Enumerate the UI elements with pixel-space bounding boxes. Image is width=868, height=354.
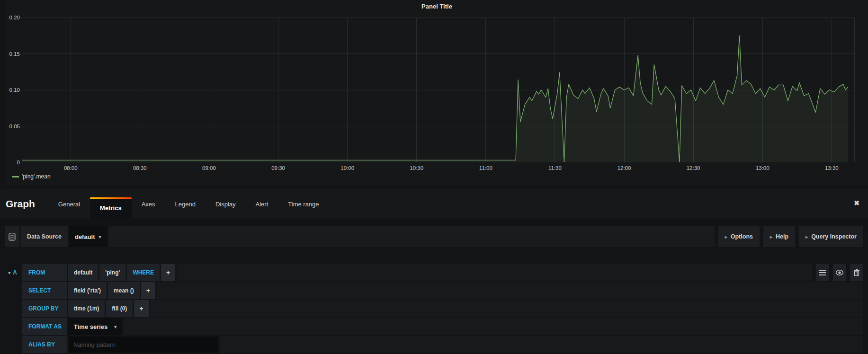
x-tick-label: 09:30 bbox=[264, 165, 293, 171]
y-tick-label: 0.05 bbox=[6, 124, 20, 129]
datasource-select[interactable]: default ▾ bbox=[69, 226, 107, 247]
chevron-down-icon: ▾ bbox=[114, 324, 116, 329]
tab-legend[interactable]: Legend bbox=[165, 201, 206, 208]
tab-display[interactable]: Display bbox=[206, 201, 246, 208]
where-clause-label[interactable]: WHERE bbox=[127, 264, 160, 281]
row-indent bbox=[5, 282, 20, 299]
legend-color-swatch[interactable] bbox=[12, 176, 19, 177]
trash-icon bbox=[854, 269, 859, 276]
x-tick-label: 09:00 bbox=[195, 165, 223, 171]
format-as-selected-value: Time series bbox=[74, 323, 107, 330]
x-tick-label: 13:00 bbox=[748, 165, 777, 171]
tab-time-range[interactable]: Time range bbox=[278, 201, 329, 208]
row-indent bbox=[5, 336, 20, 353]
x-tick-label: 10:00 bbox=[333, 165, 362, 171]
select-clause-label[interactable]: SELECT bbox=[22, 282, 67, 299]
query-menu-button[interactable] bbox=[816, 264, 829, 281]
x-tick-label: 10:30 bbox=[403, 165, 431, 171]
plot-canvas[interactable] bbox=[22, 18, 855, 162]
tab-alert[interactable]: Alert bbox=[246, 201, 278, 208]
eye-icon bbox=[836, 270, 843, 275]
alias-by-input[interactable] bbox=[68, 336, 219, 353]
query-collapse-toggle[interactable]: ▾ A bbox=[5, 264, 20, 281]
chevron-down-icon: ▾ bbox=[99, 234, 101, 239]
add-select-part-button[interactable]: + bbox=[141, 282, 155, 299]
query-row-filler bbox=[177, 264, 812, 281]
help-button-label: Help bbox=[776, 233, 788, 240]
format-as-select[interactable]: Time series ▾ bbox=[68, 318, 122, 335]
chevron-right-icon: ▸ bbox=[770, 234, 772, 239]
tab-general[interactable]: General bbox=[48, 201, 90, 208]
query-part-field[interactable]: field ('rta') bbox=[68, 282, 107, 299]
query-part-fill[interactable]: fill (0) bbox=[106, 300, 133, 317]
x-tick-label: 08:30 bbox=[125, 165, 154, 171]
query-row-filler bbox=[150, 300, 863, 317]
group-by-clause-label[interactable]: GROUP BY bbox=[22, 300, 67, 317]
row-indent bbox=[5, 300, 20, 317]
query-part-mean[interactable]: mean () bbox=[108, 282, 140, 299]
query-part-measurement[interactable]: 'ping' bbox=[99, 264, 125, 281]
x-tick-label: 08:00 bbox=[56, 165, 85, 171]
x-tick-label: 11:00 bbox=[472, 165, 500, 171]
options-button-label: Options bbox=[731, 233, 753, 240]
editor-tabbar: Graph General Metrics Axes Legend Displa… bbox=[0, 189, 868, 219]
tab-metrics[interactable]: Metrics bbox=[90, 197, 132, 219]
y-tick-label: 0 bbox=[6, 159, 20, 165]
chevron-right-icon: ▸ bbox=[805, 234, 808, 239]
row-indent bbox=[5, 318, 20, 335]
tabbar-shadow bbox=[0, 220, 868, 226]
options-button[interactable]: ▸ Options bbox=[718, 226, 760, 247]
grafana-panel-editor: Panel Title 00.050.100.150.2008:0008:300… bbox=[0, 0, 868, 354]
x-tick-label: 12:00 bbox=[610, 165, 638, 171]
panel-title[interactable]: Panel Title bbox=[6, 3, 868, 10]
query-delete-button[interactable] bbox=[850, 264, 863, 281]
chevron-down-icon: ▾ bbox=[8, 270, 10, 275]
datasource-label: Data Source bbox=[21, 226, 68, 247]
database-icon bbox=[5, 226, 19, 247]
format-as-label[interactable]: FORMAT AS bbox=[22, 318, 67, 335]
datasource-row: Data Source default ▾ ▸ Options ▸ Help ▸… bbox=[5, 226, 863, 247]
query-row-select: SELECT field ('rta') mean () + bbox=[5, 282, 863, 299]
query-row-filler bbox=[157, 282, 863, 299]
query-row-filler bbox=[124, 318, 863, 335]
chevron-right-icon: ▸ bbox=[725, 234, 727, 239]
query-inspector-button-label: Query Inspector bbox=[811, 233, 857, 240]
x-tick-label: 11:30 bbox=[541, 165, 569, 171]
time-series-plot[interactable] bbox=[22, 18, 855, 162]
query-part-time-interval[interactable]: time (1m) bbox=[68, 300, 105, 317]
datasource-row-filler bbox=[108, 226, 715, 247]
add-group-by-part-button[interactable]: + bbox=[134, 300, 148, 317]
editor-tabs: General Metrics Axes Legend Display Aler… bbox=[48, 189, 329, 219]
query-inspector-button[interactable]: ▸ Query Inspector bbox=[799, 226, 863, 247]
x-tick-label: 13:30 bbox=[817, 165, 846, 171]
legend-series-label[interactable]: 'ping'.mean bbox=[22, 173, 51, 180]
help-button[interactable]: ▸ Help bbox=[763, 226, 795, 247]
from-clause-label[interactable]: FROM bbox=[22, 264, 67, 281]
query-row-format-as: FORMAT AS Time series ▾ bbox=[5, 318, 863, 335]
tab-axes[interactable]: Axes bbox=[132, 201, 165, 208]
datasource-selected-value: default bbox=[75, 233, 95, 240]
alias-by-label[interactable]: ALIAS BY bbox=[22, 336, 67, 353]
graph-panel: Panel Title 00.050.100.150.2008:0008:300… bbox=[6, 0, 868, 186]
query-row-group-by: GROUP BY time (1m) fill (0) + bbox=[5, 300, 863, 317]
editor-title: Graph bbox=[6, 198, 35, 210]
query-toggle-visibility-button[interactable] bbox=[833, 264, 846, 281]
query-ref-id: A bbox=[13, 269, 17, 276]
y-tick-label: 0.20 bbox=[6, 15, 20, 20]
query-part-policy[interactable]: default bbox=[68, 264, 98, 281]
query-row-alias-by: ALIAS BY bbox=[5, 336, 863, 353]
menu-icon bbox=[819, 270, 826, 275]
add-where-button[interactable]: + bbox=[161, 264, 175, 281]
y-tick-label: 0.10 bbox=[6, 87, 20, 93]
y-tick-label: 0.15 bbox=[6, 51, 20, 57]
legend-item[interactable]: 'ping'.mean bbox=[12, 173, 51, 180]
close-icon[interactable]: ✖ bbox=[854, 200, 859, 206]
query-editor: ▾ A FROM default 'ping' WHERE + bbox=[5, 264, 863, 354]
query-row-from: ▾ A FROM default 'ping' WHERE + bbox=[5, 264, 863, 281]
query-row-filler bbox=[220, 336, 863, 353]
x-tick-label: 12:30 bbox=[679, 165, 707, 171]
